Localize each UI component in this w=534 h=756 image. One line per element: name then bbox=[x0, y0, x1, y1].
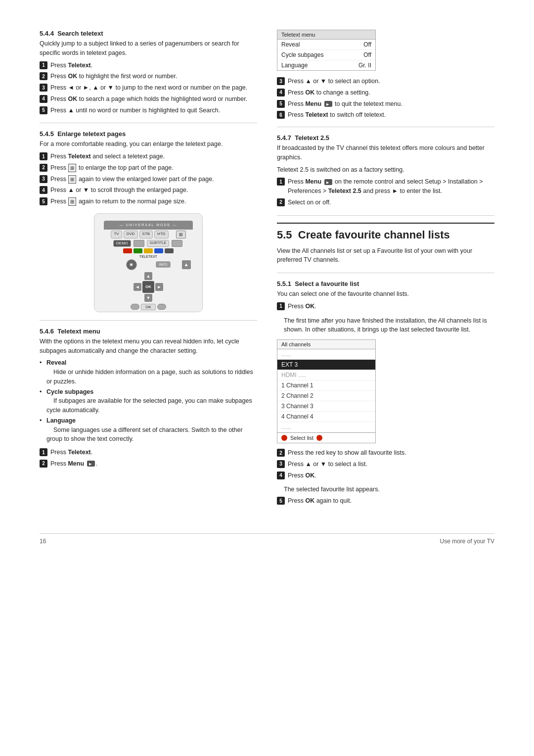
step-item: 3 Press ◄ or ►, ▲ or ▼ to jump to the ne… bbox=[40, 83, 257, 93]
bullet-language: Language Some languages use a different … bbox=[40, 416, 257, 444]
red-dot-icon bbox=[316, 435, 322, 441]
enlarge-icon: ⊞ bbox=[68, 164, 76, 172]
step-item: 5 Press ⊞ again to return to the normal … bbox=[40, 197, 257, 206]
section-546-continued-steps: 3 Press ▲ or ▼ to select an option. 4 Pr… bbox=[277, 77, 494, 120]
section-55: 5.5 Create favourite channel lists View … bbox=[277, 223, 494, 265]
divider bbox=[40, 123, 257, 123]
section-547-intro2: Teletext 2.5 is switched on as a factory… bbox=[277, 165, 494, 175]
remote-illustration: — UNIVERSAL MODE — TV DVD STB HTD ⊞ bbox=[94, 213, 203, 312]
divider bbox=[40, 320, 257, 321]
select-list-label: Select list bbox=[290, 435, 313, 441]
step-item: 4 Press OK. bbox=[277, 471, 494, 480]
section-546-bullets: Reveal Hide or unhide hidden information… bbox=[40, 358, 257, 444]
left-column: 5.4.4 Search teletext Quickly jump to a … bbox=[40, 30, 257, 514]
channels-row: EXT 3 bbox=[277, 360, 375, 370]
section-547-steps: 1 Press Menu on the remote control and s… bbox=[277, 177, 494, 207]
step-item: 5 Press ▲ until no word or number is hig… bbox=[40, 106, 257, 115]
section-547: 5.4.7 Teletext 2.5 If broadcasted by the… bbox=[277, 134, 494, 207]
section-551-remaining-steps: 2 Press the red key to show all favourit… bbox=[277, 448, 494, 480]
enlarge-icon: ⊞ bbox=[68, 175, 76, 184]
channels-row: ...... bbox=[277, 349, 375, 360]
section-551-step1: 1 Press OK. bbox=[277, 302, 494, 311]
step-item: 1 Press Teletext and select a teletext p… bbox=[40, 152, 257, 161]
section-544: 5.4.4 Search teletext Quickly jump to a … bbox=[40, 30, 257, 115]
section-546: 5.4.6 Teletext menu With the options in … bbox=[40, 328, 257, 469]
section-546-title: 5.4.6 Teletext menu bbox=[40, 328, 257, 335]
step-item: 2 Press the red key to show all favourit… bbox=[277, 448, 494, 458]
menu-icon bbox=[87, 461, 95, 467]
section-547-title: 5.4.7 Teletext 2.5 bbox=[277, 134, 494, 142]
section-545: 5.4.5 Enlarge teletext pages For a more … bbox=[40, 130, 257, 312]
step-item: 4 Press OK to change a setting. bbox=[277, 88, 494, 97]
section-545-title: 5.4.5 Enlarge teletext pages bbox=[40, 130, 257, 138]
red-dot-icon bbox=[281, 435, 287, 441]
step-item: 2 Press Menu . bbox=[40, 459, 257, 469]
section-545-steps: 1 Press Teletext and select a teletext p… bbox=[40, 152, 257, 206]
section-55-title: 5.5 Create favourite channel lists bbox=[277, 223, 494, 241]
channels-row: 4 Channel 4 bbox=[277, 412, 375, 422]
menu-icon bbox=[324, 101, 332, 107]
channels-row: 2 Channel 2 bbox=[277, 391, 375, 401]
enlarge-icon: ⊞ bbox=[68, 197, 76, 206]
step-item: 5 Press OK again to quit. bbox=[277, 496, 494, 506]
channels-row: ...... bbox=[277, 422, 375, 432]
teletext-menu-row-reveal: Reveal Off bbox=[277, 40, 375, 50]
step-item: 2 Press OK to highlight the first word o… bbox=[40, 72, 257, 81]
page: 5.4.4 Search teletext Quickly jump to a … bbox=[40, 30, 494, 545]
section-547-intro: If broadcasted by the TV channel this te… bbox=[277, 143, 494, 162]
section-551-last-step: 5 Press OK again to quit. bbox=[277, 496, 494, 506]
step-item: 3 Press ▲ or ▼ to select a list. bbox=[277, 460, 494, 469]
menu-icon bbox=[324, 179, 332, 185]
section-544-title: 5.4.4 Search teletext bbox=[40, 30, 257, 37]
favourite-list-appears: The selected favourite list appears. bbox=[277, 485, 494, 494]
section-55-intro: View the All channels list or set up a F… bbox=[277, 246, 494, 265]
step-item: 3 Press ⊞ again to view the enlarged low… bbox=[40, 175, 257, 184]
section-544-steps: 1 Press Teletext. 2 Press OK to highligh… bbox=[40, 61, 257, 115]
step-item: 2 Press ⊞ to enlarge the top part of the… bbox=[40, 163, 257, 173]
step-item: 4 Press ▲ or ▼ to scroll through the enl… bbox=[40, 186, 257, 195]
section-551: 5.5.1 Select a favourite list You can se… bbox=[277, 280, 494, 506]
section-545-intro: For a more comfortable reading, you can … bbox=[40, 140, 257, 149]
step-item: 4 Press OK to search a page which holds … bbox=[40, 94, 257, 104]
section-551-title: 5.5.1 Select a favourite list bbox=[277, 280, 494, 287]
step-item: 1 Press Menu on the remote control and s… bbox=[277, 177, 494, 196]
section-546-steps: 1 Press Teletext. 2 Press Menu . bbox=[40, 448, 257, 469]
teletext-menu-table: Teletext menu Reveal Off Cycle subpages … bbox=[277, 30, 376, 71]
section-544-intro: Quickly jump to a subject linked to a se… bbox=[40, 39, 257, 58]
step-item: 1 Press OK. bbox=[277, 302, 494, 311]
divider bbox=[277, 273, 494, 273]
step-item: 6 Press Teletext to switch off teletext. bbox=[277, 110, 494, 120]
channels-row: 3 Channel 3 bbox=[277, 401, 375, 412]
step-item: 2 Select on or off. bbox=[277, 198, 494, 207]
bullet-reveal: Reveal Hide or unhide hidden information… bbox=[40, 358, 257, 386]
dpad: ▲ ▼ ◄ ► OK bbox=[134, 272, 163, 302]
channels-header: All channels bbox=[277, 340, 375, 349]
channels-row: 1 Channel 1 bbox=[277, 380, 375, 391]
teletext-menu-row-language: Language Gr. II bbox=[277, 60, 375, 70]
section-551-step1-detail: The first time after you have finished t… bbox=[277, 316, 494, 335]
divider bbox=[277, 127, 494, 127]
bullet-cycle: Cycle subpages If subpages are available… bbox=[40, 387, 257, 415]
channels-list-box: All channels ...... EXT 3 HDMI ..... 1 C… bbox=[277, 339, 376, 443]
section-551-intro: You can select one of the favourite chan… bbox=[277, 289, 494, 299]
step-item: 1 Press Teletext. bbox=[40, 61, 257, 70]
right-column: Teletext menu Reveal Off Cycle subpages … bbox=[277, 30, 494, 514]
step-item: 3 Press ▲ or ▼ to select an option. bbox=[277, 77, 494, 86]
channels-row: HDMI ..... bbox=[277, 370, 375, 380]
divider bbox=[277, 215, 494, 216]
step-item: 1 Press Teletext. bbox=[40, 448, 257, 457]
footer-right-text: Use more of your TV bbox=[440, 538, 494, 545]
channels-footer: Select list bbox=[277, 432, 375, 443]
teletext-menu-row-cycle: Cycle subpages Off bbox=[277, 50, 375, 60]
page-number: 16 bbox=[40, 538, 46, 545]
page-footer: 16 Use more of your TV bbox=[40, 533, 494, 545]
teletext-menu-header: Teletext menu bbox=[277, 30, 375, 40]
remote-image: — UNIVERSAL MODE — TV DVD STB HTD ⊞ bbox=[94, 213, 203, 312]
step-item: 5 Press Menu to quit the teletext menu. bbox=[277, 99, 494, 109]
section-546-intro: With the options in the teletext menu yo… bbox=[40, 337, 257, 356]
